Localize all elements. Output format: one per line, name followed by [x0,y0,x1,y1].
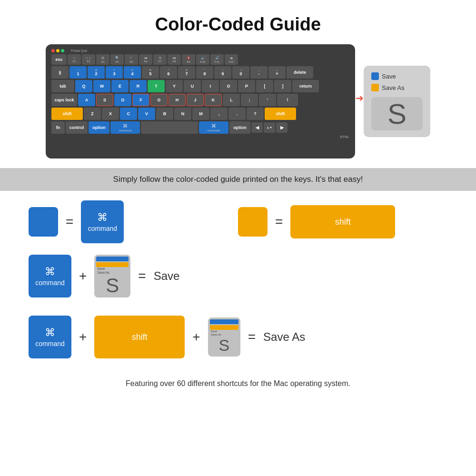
g-key: G [150,94,168,106]
3-key: #3 [106,66,123,79]
9-key: (9 [214,66,231,79]
number-row: § !1 @2 #3 $4 %5 ^6 &7 *8 (9 )0 _- += de… [51,66,349,79]
asdf-row: caps lock A S D F G H J K L ; ' \ [51,94,349,106]
h-key: H [169,94,186,106]
row1: = ⌘ command = shift [29,200,447,243]
t-key: T [148,80,165,92]
legend-orange-square [371,84,379,91]
backslash-key: \ [277,94,298,106]
traffic-lights [51,49,64,52]
equals-1: = [66,214,73,229]
p-key: P [238,80,255,92]
shift-key-box: shift [290,205,395,238]
zxcv-row: shift Z X C V B N M , . ? shift [51,108,349,120]
brand-label: Finale Quit [71,49,87,52]
keyboard-rows: esc ☼F1 ☼☼F2 ⊞F3 🔍F4 ☾F5 ⏮F6 ⏸F7 ⏭F8 🔇F9… [51,54,349,134]
command-right-key: ⌘command [199,121,228,134]
shift-text-1: shift [335,217,351,227]
f7-key: ⏸F7 [153,54,167,65]
l-key: L [223,94,240,106]
row3-plus1: + [79,329,87,345]
row3-orange-half [210,325,238,330]
u-key: U [184,80,201,92]
b-key: B [156,108,173,120]
minimize-dot [56,49,60,52]
blue-swatch-small [29,207,58,237]
row3: ⌘ command + shift + Save Save As S = Sav… [29,309,447,365]
minus-key: _- [250,66,268,79]
row3-equals: = [248,329,256,345]
f11-key: 🔊F11 [210,54,224,65]
m-key: M [192,108,209,120]
s-key-saveas-label: Save As [97,271,128,274]
keyboard-legend: Save Save As S [364,66,430,137]
z-key: Z [84,108,101,120]
legend-s-key: S [371,97,423,130]
c-key: C [120,108,137,120]
r-key: R [129,80,147,92]
arrow-right-key: ▶ [276,122,288,133]
period-key: . [228,108,246,120]
d-key: D [114,94,131,106]
f9-key: 🔇F9 [182,54,195,65]
row2-command-symbol: ⌘ [45,266,55,278]
s-key-save-label: Save [97,267,128,270]
8-key: *8 [196,66,213,79]
command-key-box: ⌘ command [81,200,124,243]
row3-result: Save As [263,330,305,344]
s-key-colors-top [96,257,129,267]
banner-text: Simply follow the color-coded guide prin… [113,175,363,184]
row2-command-text: command [35,279,64,287]
fn-key: fn [51,121,65,134]
keyboard-section: Finale Quit esc ☼F1 ☼☼F2 ⊞F3 🔍F4 ☾F5 ⏮F6… [0,44,476,159]
blue-half [96,257,129,261]
row3-s-save-label: Save [211,330,238,333]
row1-left: = ⌘ command [29,200,238,243]
section-key: § [51,66,69,79]
row2-result: Save [154,269,180,283]
y-key: Y [166,80,183,92]
close-dot [51,49,55,52]
row3-command-symbol: ⌘ [45,327,55,339]
arrow-left-key: ◀ [251,122,263,133]
v-key: V [138,108,155,120]
return-key: return [292,80,319,92]
row3-shift-text: shift [132,332,148,342]
command-symbol-1: ⌘ [97,211,108,224]
kpal-brand: KPAL [51,135,349,139]
row3-s-letter: S [210,336,238,355]
row2: ⌘ command + Save Save As S = Save [29,248,447,304]
5-key: %5 [142,66,159,79]
delete-key: delete [287,66,313,79]
j-key: J [187,94,204,106]
orange-swatch-small [238,207,268,237]
tab-key: tab [51,80,74,92]
row3-s-key-labels: Save Save As [210,330,238,336]
command-left-key: ⌘command [110,121,140,134]
n-key: N [174,108,191,120]
f-key: F [132,94,149,106]
row3-s-key-colors [210,319,238,330]
equals-2: = [275,214,283,229]
row3-blue-half [210,319,238,324]
e-key: E [111,80,129,92]
option-left-key: option [89,121,109,134]
legend-save-label: Save [382,73,396,80]
a-key: A [78,94,95,106]
f12-key: ⏏F12 [225,54,238,65]
esc-key: esc [51,54,67,65]
shortcuts-section: = ⌘ command = shift ⌘ command + [0,191,476,375]
orange-half [96,262,129,267]
q-key: Q [75,80,92,92]
row2-s-key: Save Save As S [94,255,130,298]
4-key: $4 [124,66,141,79]
f6-key: ⏮F6 [139,54,152,65]
shift-right-key: shift [265,108,296,120]
row3-command-text: command [35,340,64,347]
row3-s-key: Save Save As S [208,317,240,357]
row2-equals: = [138,268,146,284]
option-right-key: option [229,121,250,134]
control-key: control [66,121,88,134]
gray-banner: Simply follow the color-coded guide prin… [0,168,476,191]
arrow-up-key: ▲▼ [264,122,275,133]
